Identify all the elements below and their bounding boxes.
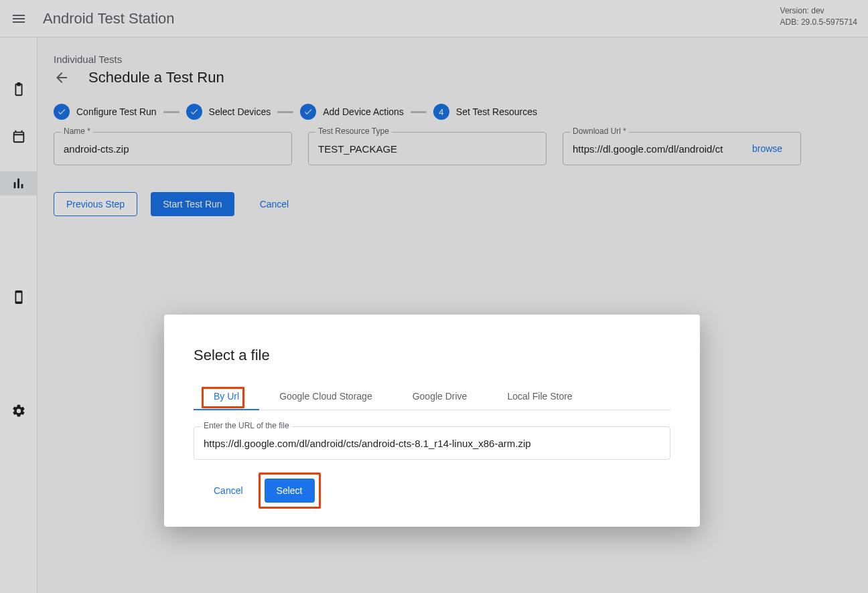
step-resources[interactable]: 4 Set Test Resources: [433, 104, 537, 120]
step-label: Configure Test Run: [76, 106, 157, 117]
page-header: Schedule a Test Run: [54, 69, 852, 86]
rail-chart-icon[interactable]: [0, 171, 38, 195]
page-actions: Previous Step Start Test Run Cancel: [54, 192, 852, 216]
rail-calendar-icon[interactable]: [0, 124, 38, 149]
step-configure[interactable]: Configure Test Run: [54, 104, 157, 120]
check-icon: [54, 104, 70, 120]
rail-clipboard-icon[interactable]: [0, 78, 38, 102]
step-actions[interactable]: Add Device Actions: [300, 104, 404, 120]
field-label: Enter the URL of the file: [201, 421, 292, 430]
dialog-cancel-button[interactable]: Cancel: [202, 479, 255, 503]
step-line: [163, 111, 179, 113]
url-input-field[interactable]: Enter the URL of the file: [194, 426, 670, 460]
start-test-run-button[interactable]: Start Test Run: [151, 192, 234, 216]
dialog-select-button[interactable]: Select: [265, 479, 315, 503]
field-label: Download Url *: [570, 126, 629, 136]
page-title: Schedule a Test Run: [88, 69, 224, 86]
dialog-actions: Cancel Select: [194, 479, 670, 503]
tab-local[interactable]: Local File Store: [487, 383, 592, 410]
check-icon: [186, 104, 202, 120]
tab-gcs[interactable]: Google Cloud Storage: [259, 383, 392, 410]
cancel-button[interactable]: Cancel: [248, 192, 301, 216]
breadcrumb: Individual Tests: [54, 54, 852, 65]
select-file-dialog: Select a file By Url Google Cloud Storag…: [164, 315, 700, 527]
field-label: Test Resource Type: [315, 126, 392, 136]
name-input[interactable]: [64, 143, 282, 155]
adb-line: ADB: 29.0.5-5975714: [780, 17, 857, 28]
field-label: Name *: [61, 126, 93, 136]
version-info: Version: dev ADB: 29.0.5-5975714: [780, 5, 857, 28]
step-label: Set Test Resources: [456, 106, 537, 117]
back-arrow-icon[interactable]: [54, 70, 70, 86]
rail-phone-icon[interactable]: [0, 285, 38, 309]
step-line: [277, 111, 293, 113]
url-input[interactable]: [204, 438, 660, 449]
tab-drive[interactable]: Google Drive: [392, 383, 488, 410]
step-line: [411, 111, 427, 113]
url-field[interactable]: Download Url * https://dl.google.com/dl/…: [563, 132, 801, 165]
step-label: Select Devices: [209, 106, 271, 117]
step-label: Add Device Actions: [323, 106, 404, 117]
version-line: Version: dev: [780, 5, 857, 17]
name-field[interactable]: Name *: [54, 132, 292, 165]
stepper: Configure Test Run Select Devices Add De…: [54, 104, 852, 120]
step-number-icon: 4: [433, 104, 449, 120]
previous-step-button[interactable]: Previous Step: [54, 192, 137, 216]
step-devices[interactable]: Select Devices: [186, 104, 271, 120]
dialog-title: Select a file: [194, 347, 670, 364]
type-field[interactable]: Test Resource Type: [308, 132, 547, 165]
dialog-tabs: By Url Google Cloud Storage Google Drive…: [194, 383, 670, 410]
resource-fields: Name * Test Resource Type Download Url *…: [54, 132, 852, 165]
rail-settings-icon[interactable]: [0, 399, 38, 423]
url-value: https://dl.google.com/dl/android/ct: [573, 143, 747, 155]
tab-by-url[interactable]: By Url: [194, 383, 259, 410]
menu-icon[interactable]: [11, 11, 27, 27]
app-title: Android Test Station: [43, 10, 175, 27]
browse-link[interactable]: browse: [752, 143, 782, 154]
appbar: Android Test Station Version: dev ADB: 2…: [0, 0, 868, 37]
check-icon: [300, 104, 316, 120]
side-rail: [0, 37, 38, 593]
type-input[interactable]: [318, 143, 536, 155]
